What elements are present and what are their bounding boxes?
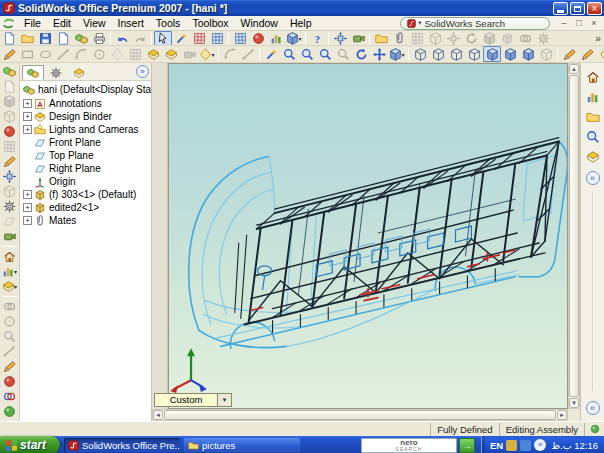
- nero-search-go-button[interactable]: →: [459, 438, 475, 453]
- design-checker-button[interactable]: [208, 31, 226, 46]
- toolbar-row1-overflow-button[interactable]: »: [592, 33, 604, 44]
- tree-item-annotations[interactable]: +Annotations: [23, 97, 151, 110]
- child-minimize-button[interactable]: –: [558, 18, 570, 28]
- graphics-viewport[interactable]: [168, 63, 568, 409]
- tree-item-top-plane[interactable]: Top Plane: [23, 149, 151, 162]
- reference-geometry-button[interactable]: [1, 214, 19, 229]
- edit-component-button[interactable]: [498, 31, 516, 46]
- clearance-verification-button[interactable]: [1, 329, 19, 344]
- move-component-button[interactable]: [1, 169, 19, 184]
- menu-tools[interactable]: Tools: [150, 16, 187, 30]
- zoom-to-fit-button[interactable]: [280, 46, 298, 62]
- make-assembly-button[interactable]: [72, 31, 90, 46]
- sketch-button[interactable]: [560, 46, 578, 62]
- custom-view-arrow-icon[interactable]: ▾: [218, 393, 232, 407]
- right-view-button[interactable]: [465, 46, 483, 62]
- bill-of-materials-button[interactable]: [1, 249, 19, 264]
- dimetric-view-button[interactable]: [519, 46, 537, 62]
- move-component-button[interactable]: [444, 31, 462, 46]
- trim-entities-button[interactable]: [54, 46, 72, 62]
- linear-sketch-pattern-button[interactable]: [126, 46, 144, 62]
- search-results-button[interactable]: [583, 127, 603, 147]
- aligned-holes-button[interactable]: [1, 314, 19, 329]
- menu-file[interactable]: File: [18, 16, 47, 30]
- tray-icon-2[interactable]: [520, 440, 531, 451]
- print-button[interactable]: [90, 31, 108, 46]
- mate-button[interactable]: [390, 31, 408, 46]
- taskbar-button-pictures[interactable]: pictures: [184, 438, 300, 452]
- wireframe-display-button[interactable]: [537, 46, 555, 62]
- rotate-component-button[interactable]: [462, 31, 480, 46]
- check-document-button[interactable]: [1, 374, 19, 389]
- tree-item-mates[interactable]: +Mates: [23, 214, 151, 227]
- custom-view-value[interactable]: Custom: [154, 393, 218, 407]
- view-palette-button[interactable]: [583, 147, 603, 167]
- restore-button[interactable]: [570, 2, 585, 15]
- explode-line-sketch-button[interactable]: ▾: [1, 279, 19, 294]
- custom-view-dropdown[interactable]: Custom ▾: [154, 393, 232, 407]
- menu-toolbox[interactable]: Toolbox: [186, 16, 234, 30]
- tree-item-hani-default-display-state-1[interactable]: hani (Default<Display State-1>): [23, 83, 151, 96]
- menu-help[interactable]: Help: [284, 16, 318, 30]
- menu-view[interactable]: View: [77, 16, 112, 30]
- tray-icon-1[interactable]: [506, 440, 517, 451]
- child-close-button[interactable]: ×: [588, 18, 600, 28]
- open-button[interactable]: [18, 31, 36, 46]
- curvature-button[interactable]: [1, 389, 19, 404]
- horizontal-scrollbar[interactable]: ◄ ►: [152, 409, 568, 421]
- task-pane-collapse-bottom-button[interactable]: «: [586, 401, 600, 415]
- design-library-button[interactable]: [583, 87, 603, 107]
- add-relation-button[interactable]: [221, 46, 239, 62]
- edrawings-button[interactable]: [267, 31, 285, 46]
- front-view-button[interactable]: [411, 46, 429, 62]
- pan-view-button[interactable]: [370, 46, 388, 62]
- measure-button[interactable]: [1, 344, 19, 359]
- new-assembly-button[interactable]: [1, 94, 19, 109]
- scroll-up-icon[interactable]: ▲: [569, 64, 579, 74]
- new-button[interactable]: [0, 31, 18, 46]
- tree-item-f-303-1-default[interactable]: +(f) 303<1> (Default): [23, 188, 151, 201]
- mirror-entities-button[interactable]: [18, 46, 36, 62]
- smart-dimension-menu-button[interactable]: ▾: [198, 46, 216, 62]
- tree-item-front-plane[interactable]: Front Plane: [23, 136, 151, 149]
- horizontal-scroll-thumb[interactable]: [164, 410, 556, 420]
- make-drawing-button[interactable]: [54, 31, 72, 46]
- scroll-right-icon[interactable]: ►: [557, 410, 567, 420]
- expand-icon[interactable]: +: [23, 112, 32, 121]
- tab-configurationmanager[interactable]: [68, 65, 90, 80]
- draft-analysis-button[interactable]: [1, 404, 19, 419]
- scroll-left-icon[interactable]: ◄: [153, 410, 163, 420]
- help-button[interactable]: [308, 31, 326, 46]
- back-view-button[interactable]: [429, 46, 447, 62]
- edit-sketch-button[interactable]: [0, 46, 18, 62]
- tab-featuremanager[interactable]: [22, 65, 44, 80]
- minimize-button[interactable]: [553, 2, 568, 15]
- convert-entities-button[interactable]: [72, 46, 90, 62]
- display-relations-button[interactable]: [239, 46, 257, 62]
- smart-fasteners-button[interactable]: [1, 154, 19, 169]
- mass-properties-button[interactable]: [1, 359, 19, 374]
- rotate-view-button[interactable]: [352, 46, 370, 62]
- scroll-down-icon[interactable]: ▼: [569, 398, 579, 408]
- expand-icon[interactable]: +: [23, 216, 32, 225]
- vertical-scroll-thumb[interactable]: [569, 75, 579, 397]
- hidden-icons-chevron[interactable]: «: [534, 439, 546, 451]
- animator-button[interactable]: [349, 31, 367, 46]
- language-indicator[interactable]: EN: [490, 440, 503, 451]
- tree-item-design-binder[interactable]: +Design Binder: [23, 110, 151, 123]
- interference-detection-button[interactable]: [516, 31, 534, 46]
- tab-propertymanager[interactable]: [45, 65, 67, 80]
- design-table-button[interactable]: [231, 31, 249, 46]
- save-button[interactable]: [36, 31, 54, 46]
- assembly-features-button[interactable]: [1, 199, 19, 214]
- expand-icon[interactable]: +: [23, 190, 32, 199]
- sketch-chamfer-button[interactable]: [108, 46, 126, 62]
- new-part-button[interactable]: [1, 79, 19, 94]
- taskbar-clock[interactable]: 12:16 ب.ظ: [551, 440, 598, 451]
- smart-fasteners-button[interactable]: [426, 31, 444, 46]
- solidworks-resources-button[interactable]: [583, 67, 603, 87]
- expand-icon[interactable]: +: [23, 203, 32, 212]
- expand-icon[interactable]: +: [23, 99, 32, 108]
- panel-overflow-button[interactable]: »: [136, 65, 149, 78]
- child-restore-button[interactable]: □: [573, 18, 585, 28]
